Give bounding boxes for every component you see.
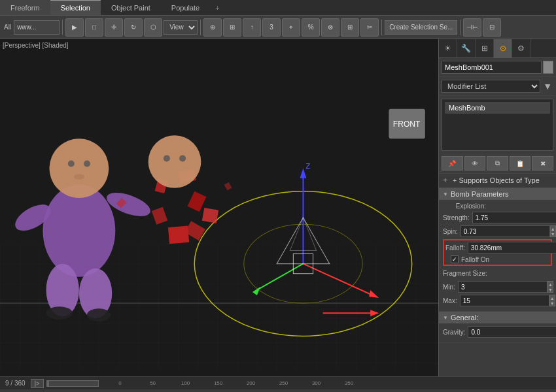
mod-show-btn[interactable]: 👁 [464,156,486,171]
mirror-btn[interactable]: ⊣⊢ [463,18,481,37]
mod-paste-btn[interactable]: 📋 [510,156,531,171]
sep1 [62,20,63,35]
bomb-params-header[interactable]: ▼ Bomb Parameters [439,188,556,200]
panel-tab-hierarchy[interactable]: ⊞ [476,39,494,57]
snap-btn[interactable]: ↑ [243,18,261,37]
general-expand: ▼ [443,315,448,321]
snap6-btn[interactable]: ✂ [360,18,379,37]
svg-text:FRONT: FRONT [393,120,421,129]
general-header[interactable]: ▼ General: [439,312,556,323]
max-input[interactable] [460,295,549,306]
ruler-50: 50 [137,380,169,386]
svg-point-33 [164,155,170,161]
viewport-svg: FRONT Z [0,39,438,376]
max-down[interactable]: ▼ [550,301,555,306]
tab-object-paint[interactable]: Object Paint [101,0,161,15]
max-up[interactable]: ▲ [550,295,555,301]
snap2-btn[interactable]: ⌖ [282,18,300,37]
supports-label: + Supports Objects of Type [453,176,540,184]
view-select[interactable]: View [164,20,198,35]
svg-rect-36 [224,182,232,191]
svg-rect-28 [152,207,168,225]
tab-freeform[interactable]: Freeform [0,0,50,15]
mod-delete-btn[interactable]: ✖ [532,156,553,171]
bomb-params-label: Bomb Parameters [451,190,509,198]
spin-down[interactable]: ▼ [551,231,555,237]
snap-num[interactable]: 3 [262,18,281,37]
modifier-list-select[interactable]: Modifier List [442,80,540,93]
obj-name-input[interactable] [442,61,542,74]
select-btn[interactable]: ▶ [65,18,84,37]
min-up[interactable]: ▲ [548,282,553,287]
tab-selection[interactable]: Selection [50,0,101,15]
general-label: General: [451,314,478,321]
play-btn[interactable]: |> [31,379,44,388]
tab-plus[interactable]: + [210,2,224,14]
snap-translate-btn[interactable]: ⊞ [223,18,241,37]
ruler-0: 0 [104,380,137,386]
progress-area: |> [31,379,99,388]
sep2 [200,20,201,35]
snap4-btn[interactable]: ⊗ [321,18,339,37]
snap5-btn[interactable]: ⊞ [341,18,359,37]
max-row: Max: ▲ ▼ [443,295,552,306]
panel-tab-display[interactable]: ☀ [439,39,457,57]
max-spinner[interactable]: ▲ ▼ [549,295,555,306]
namespace-input[interactable] [14,20,60,35]
pivot-btn[interactable]: ⊕ [203,18,222,37]
ruler-marks: 0 50 100 150 200 250 300 350 [104,380,551,386]
spin-input[interactable] [460,225,550,237]
panel-tab-utility[interactable]: ⚙ [512,39,530,57]
falloff-input[interactable] [468,242,556,253]
svg-point-14 [43,185,115,277]
move-btn[interactable]: ✛ [105,18,123,37]
viewport[interactable]: [Perspective] [Shaded] [0,39,438,376]
sep4 [460,20,460,35]
falloff-section: Falloff: ▲ ▼ Falloff On [443,239,552,266]
min-spinner[interactable]: ▲ ▼ [547,281,553,293]
gravity-input[interactable] [468,326,556,338]
falloff-on-row: Falloff On [445,255,549,263]
panel-tabs: ☀ 🔧 ⊞ ⊙ ⚙ [439,39,556,58]
create-selection-btn[interactable]: Create Selection Se... [385,20,457,35]
spin-spinner[interactable]: ▲ ▼ [550,225,556,237]
obj-color-box[interactable] [543,61,553,74]
timeline-bar[interactable] [46,380,99,387]
ruler-250: 250 [268,380,300,386]
fragment-header-row: Fragment Size: [443,268,552,279]
svg-point-22 [68,160,75,167]
spin-up[interactable]: ▲ [551,226,555,231]
fragment-label: Fragment Size: [443,268,487,279]
strength-input[interactable] [472,212,556,223]
panel-tab-motion[interactable]: ⊙ [494,39,512,57]
sep3 [381,20,382,35]
svg-point-32 [148,135,201,188]
min-down[interactable]: ▼ [548,287,553,292]
modifier-dropdown-arrow[interactable]: ▼ [542,81,553,91]
bomb-params-section: ▼ Bomb Parameters Explosion: Strength: ▲… [439,188,556,312]
strength-label: Strength: [443,214,472,221]
strength-row: Strength: ▲ ▼ [443,212,552,223]
rotate-btn[interactable]: ↻ [124,18,143,37]
svg-rect-29 [202,208,218,223]
min-input[interactable] [458,281,547,293]
snap3-btn[interactable]: % [302,18,320,37]
scale-btn[interactable]: ⬡ [144,18,162,37]
region-select-btn[interactable]: □ [85,18,103,37]
svg-text:Z: Z [305,162,310,170]
falloff-on-checkbox[interactable] [451,255,459,263]
tab-populate[interactable]: Populate [161,0,210,15]
bomb-params-expand: ▼ [443,191,448,197]
align-btn[interactable]: ⊟ [483,18,501,37]
main-area: [Perspective] [Shaded] [0,39,556,376]
meshbomb-modifier[interactable]: MeshBomb [445,102,550,114]
mod-pin-btn[interactable]: 📌 [442,156,463,171]
svg-marker-6 [300,169,306,178]
mod-copy-btn[interactable]: ⧉ [487,156,508,171]
timeline-fill [47,381,50,386]
ruler-350: 350 [333,380,366,386]
supports-header[interactable]: + + Supports Objects of Type [439,174,556,188]
supports-section: + + Supports Objects of Type [439,174,556,188]
panel-tab-modifier[interactable]: 🔧 [457,39,476,57]
general-section: ▼ General: Gravity: ▲ ▼ [439,312,556,343]
